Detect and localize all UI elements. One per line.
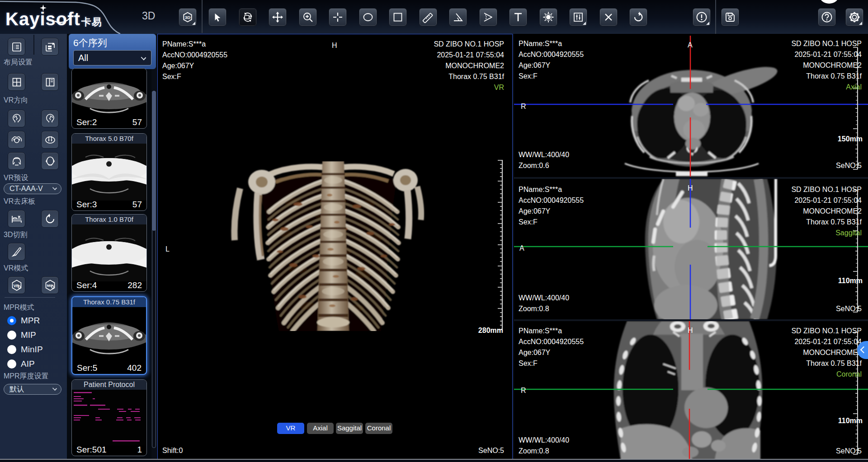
svg-text:MIP: MIP: [47, 284, 52, 288]
svg-text:VR: VR: [13, 283, 19, 288]
svg-text:3D: 3D: [185, 15, 190, 20]
